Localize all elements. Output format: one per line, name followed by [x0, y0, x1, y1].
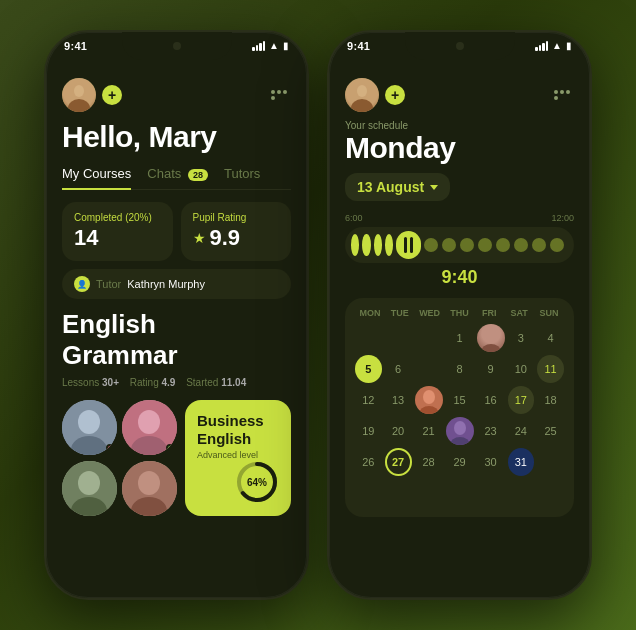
- more-options-button-right[interactable]: [554, 85, 574, 105]
- stat-rating: Pupil Rating ★ 9.9: [181, 202, 292, 261]
- featured-course-level: Advanced level: [197, 450, 279, 460]
- featured-course-card[interactable]: Business English Advanced level 64%: [185, 400, 291, 516]
- svg-point-19: [357, 85, 367, 97]
- status-icons-left: ▲ ▮: [252, 40, 289, 51]
- cal-day-15[interactable]: 15: [446, 386, 474, 414]
- cal-day-31[interactable]: 31: [508, 448, 535, 476]
- current-time: 9:40: [345, 267, 574, 288]
- cal-day-23[interactable]: 23: [477, 417, 505, 445]
- tutor-icon: 👤: [74, 276, 90, 292]
- chats-badge: 28: [188, 169, 208, 181]
- more-options-button[interactable]: [271, 85, 291, 105]
- cal-empty-3: [415, 324, 443, 352]
- cal-empty-2: [385, 324, 412, 352]
- status-time-right: 9:41: [347, 40, 370, 52]
- camera-dot-right: [456, 42, 464, 50]
- tl-dot-sm-1: [424, 238, 438, 252]
- tab-my-courses[interactable]: My Courses: [62, 166, 131, 181]
- avatar-add-group: +: [62, 78, 122, 112]
- cal-day-24[interactable]: 24: [508, 417, 535, 445]
- cal-day-20[interactable]: 20: [385, 417, 412, 445]
- tl-dot-sm-4: [478, 238, 492, 252]
- cal-day-16[interactable]: 16: [477, 386, 505, 414]
- battery-icon: ▮: [283, 40, 289, 51]
- cal-day-21[interactable]: 21: [415, 417, 443, 445]
- rating-number: 9.9: [210, 225, 241, 251]
- cal-day-18[interactable]: 18: [537, 386, 564, 414]
- tl-dot-2: [362, 234, 370, 256]
- cal-day-25[interactable]: 25: [537, 417, 564, 445]
- tutor-row[interactable]: 👤 Tutor Kathryn Murphy: [62, 269, 291, 299]
- svg-point-2: [74, 85, 84, 97]
- cal-day-3[interactable]: 3: [508, 324, 535, 352]
- cal-tue: TUE: [385, 308, 415, 318]
- cal-day-8[interactable]: 8: [446, 355, 474, 383]
- timeline: 6:00 12:00: [345, 213, 574, 288]
- date-selector[interactable]: 13 August: [345, 173, 450, 201]
- user-avatar[interactable]: [62, 78, 96, 112]
- cal-day-29[interactable]: 29: [446, 448, 474, 476]
- lessons-meta: Lessons 30+: [62, 377, 119, 388]
- camera-dot: [173, 42, 181, 50]
- cal-wed: WED: [415, 308, 445, 318]
- cal-day-28[interactable]: 28: [415, 448, 443, 476]
- student-avatar-1[interactable]: [62, 400, 117, 455]
- cal-day-14[interactable]: [415, 386, 443, 414]
- stat-completed: Completed (20%) 14: [62, 202, 173, 261]
- greeting-text: Hello, Mary: [62, 120, 291, 154]
- tl-dot-sm-2: [442, 238, 456, 252]
- cal-day-1[interactable]: 1: [446, 324, 474, 352]
- timeline-track: [345, 227, 574, 263]
- cal-avatar-2: [477, 324, 505, 352]
- tl-dot-sm-6: [514, 238, 528, 252]
- status-time-left: 9:41: [64, 40, 87, 52]
- student-avatar-2[interactable]: [122, 400, 177, 455]
- cal-day-27[interactable]: 27: [385, 448, 412, 476]
- tab-chats[interactable]: Chats 28: [147, 166, 208, 181]
- wifi-icon-right: ▲: [552, 40, 562, 51]
- bottom-cards: Business English Advanced level 64%: [62, 400, 291, 516]
- cal-day-10[interactable]: 10: [508, 355, 535, 383]
- date-text: 13 August: [357, 179, 424, 195]
- cal-day-22[interactable]: [446, 417, 474, 445]
- svg-point-21: [481, 344, 501, 352]
- tl-future: [424, 238, 568, 252]
- student-avatar-4[interactable]: [122, 461, 177, 516]
- svg-point-1: [68, 99, 90, 112]
- day-title: Monday: [345, 131, 574, 165]
- star-icon: ★: [193, 230, 206, 246]
- cal-day-17[interactable]: 17: [508, 386, 535, 414]
- user-avatar-right[interactable]: [345, 78, 379, 112]
- cal-day-11[interactable]: 11: [537, 355, 564, 383]
- student-avatar-3[interactable]: [62, 461, 117, 516]
- tabs-row: My Courses Chats 28 Tutors: [62, 166, 291, 190]
- tl-dot-sm-8: [550, 238, 564, 252]
- cal-empty-5: [355, 479, 382, 507]
- add-button[interactable]: +: [102, 85, 122, 105]
- cal-day-19[interactable]: 19: [355, 417, 382, 445]
- svg-point-20: [485, 328, 497, 342]
- cal-day-9[interactable]: 9: [477, 355, 505, 383]
- featured-course-title: Business English: [197, 412, 279, 448]
- stats-row: Completed (20%) 14 Pupil Rating ★ 9.9: [62, 202, 291, 261]
- course-title: EnglishGrammar: [62, 309, 291, 371]
- cal-day-5-today[interactable]: 5: [355, 355, 382, 383]
- avatar-add-group-right: +: [345, 78, 405, 112]
- cal-day-12[interactable]: 12: [355, 386, 382, 414]
- left-phone: 9:41 ▲ ▮: [44, 30, 309, 600]
- cal-day-6[interactable]: 6: [385, 355, 412, 383]
- student-avatars: [62, 400, 177, 516]
- phone-notch-left: [122, 32, 232, 60]
- tab-tutors[interactable]: Tutors: [224, 166, 260, 181]
- signal-bars: [252, 41, 265, 51]
- stat-completed-label: Completed (20%): [74, 212, 161, 223]
- add-button-right[interactable]: +: [385, 85, 405, 105]
- cal-day-4[interactable]: 4: [537, 324, 564, 352]
- cal-day-13[interactable]: 13: [385, 386, 412, 414]
- cal-day-2[interactable]: [477, 324, 505, 352]
- tl-dot-sm-5: [496, 238, 510, 252]
- cal-day-7[interactable]: [415, 355, 443, 383]
- cal-day-26[interactable]: 26: [355, 448, 382, 476]
- cal-day-30[interactable]: 30: [477, 448, 505, 476]
- battery-icon-right: ▮: [566, 40, 572, 51]
